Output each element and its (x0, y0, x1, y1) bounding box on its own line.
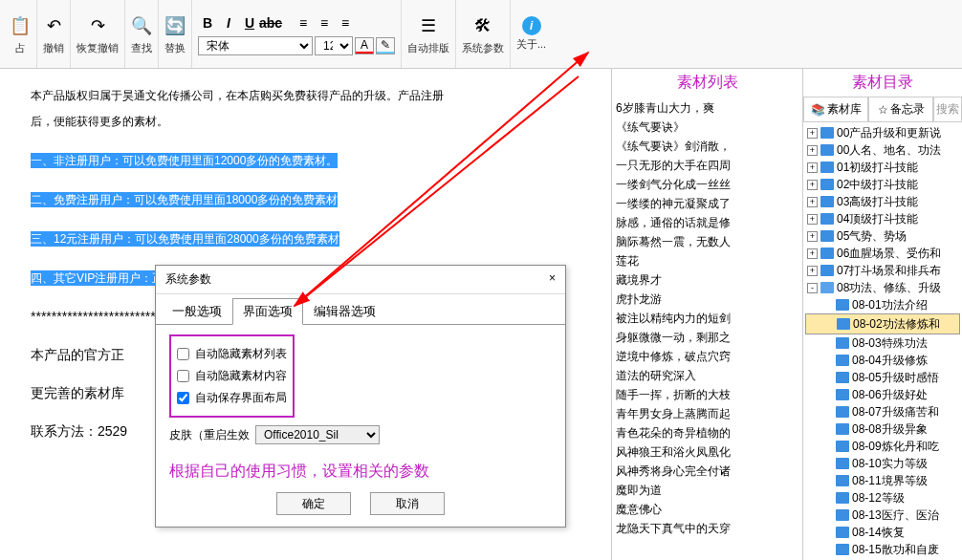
tree-item[interactable]: 08-09炼化丹和吃 (805, 438, 960, 455)
tree-item[interactable]: 08-02功法修炼和 (805, 313, 960, 334)
tree-item[interactable]: 08-08升级异象 (805, 420, 960, 438)
chk-save-layout[interactable] (177, 392, 189, 404)
tree-item[interactable]: 08-10实力等级 (805, 455, 960, 472)
tree-item[interactable]: 08-11境界等级 (805, 472, 960, 489)
folder-icon (820, 196, 834, 207)
tree-item[interactable]: 08-01功法介绍 (805, 296, 960, 313)
tree-item[interactable]: 08-03特殊功法 (805, 334, 960, 352)
tree-label: 05气势、势场 (837, 227, 907, 245)
editor-text: 本产品版权归属于昊通文化传播公司，在本店购买免费获得产品的升级。产品注册 (31, 89, 444, 102)
strike-button[interactable]: abc (261, 13, 280, 32)
tree-item[interactable]: 08-07升级痛苦和 (805, 403, 960, 420)
list-item[interactable]: 风神狼王和浴火凤凰化 (616, 442, 798, 462)
tree-item[interactable]: +04顶级打斗技能 (805, 210, 960, 227)
underline-button[interactable]: U (240, 13, 259, 32)
tab-library[interactable]: 📚素材库 (803, 97, 868, 122)
list-item[interactable]: 道法的研究深入 (616, 366, 798, 385)
tree-tabs: 📚素材库 ☆备忘录 搜索 (803, 97, 962, 122)
size-select[interactable]: 12 (315, 36, 353, 55)
list-item[interactable]: 青年男女身上蒸腾而起 (616, 404, 798, 423)
tab-ui[interactable]: 界面选项 (232, 298, 303, 325)
autolayout-button[interactable]: ☰ 自动排版 (402, 0, 456, 68)
tree-item[interactable]: 08-12等级 (805, 489, 960, 506)
material-list-pane: 素材列表 6岁膝青山大力，爽《练气要诀》《练气要诀》剑消散，一只无形的大手在四周… (612, 69, 803, 560)
tree-item[interactable]: 08-06升级好处 (805, 386, 960, 403)
list-item[interactable]: 一只无形的大手在四周 (616, 156, 798, 175)
material-list-body[interactable]: 6岁膝青山大力，爽《练气要诀》《练气要诀》剑消散，一只无形的大手在四周一缕剑气分… (612, 97, 802, 540)
tree-item[interactable]: +06血腥场景、受伤和 (805, 245, 960, 262)
list-item[interactable]: 6岁膝青山大力，爽 (616, 98, 798, 118)
font-color-button[interactable]: A (355, 37, 374, 54)
list-item[interactable]: 《练气要诀》 (616, 118, 798, 137)
tree-label: 00产品升级和更新说 (837, 124, 941, 141)
tree-item[interactable]: +00人名、地名、功法 (805, 141, 960, 159)
highlight-color-button[interactable]: ✎ (376, 37, 395, 54)
tree-item[interactable]: 08-13医疗、医治 (805, 506, 960, 524)
paste-button[interactable]: 📋 占 (4, 0, 37, 68)
tree-item[interactable]: -08功法、修练、升级 (805, 279, 960, 296)
list-item[interactable]: 身躯微微一动，剩那之 (616, 328, 798, 347)
italic-button[interactable]: I (219, 13, 238, 32)
replace-icon: 🔄 (164, 12, 186, 39)
align-left-button[interactable]: ≡ (294, 13, 313, 32)
editor-highlight: 一、非注册用户：可以免费使用里面12000多份的免费素材。 (31, 153, 338, 168)
list-item[interactable]: 逆境中修炼，破点穴窍 (616, 347, 798, 366)
tab-editor[interactable]: 编辑器选项 (303, 298, 386, 325)
list-item[interactable]: 随手一挥，折断的大枝 (616, 385, 798, 404)
list-item[interactable]: 藏境界才 (616, 270, 798, 290)
list-item[interactable]: 脉感，通俗的话就是修 (616, 213, 798, 232)
undo-button[interactable]: ↶ 撤销 (37, 0, 71, 68)
list-item[interactable]: 龙隐天下真气中的天穿 (616, 519, 798, 538)
redo-button[interactable]: ↷ 恢复撤销 (71, 0, 125, 68)
replace-button[interactable]: 🔄 替换 (159, 0, 192, 68)
tools-icon: 🛠 (474, 12, 492, 39)
list-item[interactable]: 《练气要诀》剑消散， (616, 137, 798, 156)
folder-icon (836, 458, 849, 469)
close-icon[interactable]: × (549, 271, 556, 288)
list-item[interactable]: 魔意佛心 (616, 500, 798, 519)
tree-body[interactable]: +00产品升级和更新说+00人名、地名、功法+01初级打斗技能+02中级打斗技能… (803, 122, 962, 560)
tree-label: 08-06升级好处 (852, 386, 928, 403)
list-item[interactable]: 魔即为道 (616, 481, 798, 500)
tree-item[interactable]: +07打斗场景和排兵布 (805, 262, 960, 279)
tree-item[interactable]: 08-14恢复 (805, 524, 960, 541)
dialog-title: 系统参数 (165, 271, 211, 288)
tree-item[interactable]: +03高级打斗技能 (805, 193, 960, 210)
list-item[interactable]: 被注以精纯内力的短剑 (616, 309, 798, 328)
list-item[interactable]: 风神秀将身心完全付诸 (616, 462, 798, 481)
list-item[interactable]: 虎扑龙游 (616, 290, 798, 309)
tab-general[interactable]: 一般选项 (162, 298, 232, 325)
cancel-button[interactable]: 取消 (370, 492, 445, 515)
tree-item[interactable]: +02中级打斗技能 (805, 176, 960, 193)
sysparam-button[interactable]: 🛠 系统参数 (456, 0, 511, 68)
search-tab[interactable]: 搜索 (933, 97, 962, 122)
font-select[interactable]: 宋体 (198, 36, 313, 55)
bold-button[interactable]: B (198, 13, 217, 32)
tree-item[interactable]: +01初级打斗技能 (805, 159, 960, 176)
chk-hide-content[interactable] (177, 370, 189, 382)
folder-icon (836, 475, 849, 486)
tree-item[interactable]: 08-05升级时感悟 (805, 369, 960, 386)
editor-highlight: 三、12元注册用户：可以免费使用里面28000多份的免费素材 (31, 231, 339, 247)
find-button[interactable]: 🔍 查找 (125, 0, 159, 68)
list-item[interactable]: 莲花 (616, 251, 798, 270)
list-item[interactable]: 一缕缕的神元凝聚成了 (616, 194, 798, 213)
ok-button[interactable]: 确定 (276, 492, 351, 515)
tab-memo[interactable]: ☆备忘录 (868, 97, 933, 122)
undo-icon: ↶ (47, 12, 61, 39)
dialog-body: 自动隐藏素材列表 自动隐藏素材内容 自动保存界面布局 皮肤（重启生效 Offic… (156, 324, 565, 491)
about-button[interactable]: i 关于... (511, 0, 552, 68)
chk-hide-list[interactable] (177, 348, 189, 360)
tree-item[interactable]: 08-15散功和自废 (805, 541, 960, 558)
dialog-titlebar[interactable]: 系统参数 × (156, 266, 565, 294)
align-right-button[interactable]: ≡ (336, 13, 355, 32)
tree-item[interactable]: 08-04升级修炼 (805, 352, 960, 369)
skin-select[interactable]: Office2010_Sil (255, 425, 380, 444)
list-item[interactable]: 一缕剑气分化成一丝丝 (616, 175, 798, 194)
tree-label: 08-13医疗、医治 (852, 506, 939, 524)
list-item[interactable]: 青色花朵的奇异植物的 (616, 423, 798, 442)
list-item[interactable]: 脑际蓦然一震，无数人 (616, 232, 798, 251)
tree-item[interactable]: +00产品升级和更新说 (805, 124, 960, 141)
align-center-button[interactable]: ≡ (315, 13, 334, 32)
tree-item[interactable]: +05气势、势场 (805, 227, 960, 245)
